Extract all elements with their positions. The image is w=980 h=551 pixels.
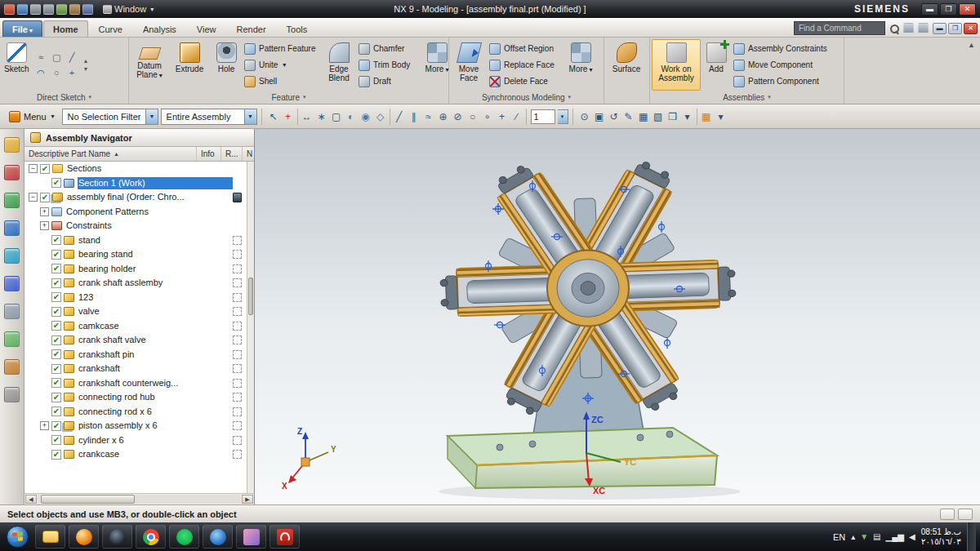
window-menu[interactable]: Window — [103, 4, 154, 14]
visibility-checkbox[interactable]: ✔ — [51, 235, 61, 245]
constraint-navigator-icon[interactable] — [4, 165, 20, 180]
redo-icon[interactable] — [43, 4, 54, 15]
visibility-checkbox[interactable]: ✔ — [51, 364, 61, 374]
reference-set-box[interactable] — [233, 264, 242, 273]
tree-item-piston-assembly-x-6[interactable]: +✔piston assembly x 6 — [24, 419, 254, 433]
tree-item-bearing-stand[interactable]: ✔bearing stand — [24, 247, 254, 262]
datum-plane-button[interactable]: Datum Plane — [131, 39, 168, 91]
web-browser-icon[interactable] — [4, 276, 20, 291]
scroll-down-icon[interactable]: ▼ — [83, 66, 89, 72]
expand-icon[interactable]: + — [40, 221, 49, 230]
firefox-taskbar-button[interactable] — [69, 525, 99, 549]
group-label-direct-sketch[interactable]: Direct Sketch — [0, 91, 128, 104]
highlight-add-icon[interactable]: + — [281, 109, 296, 124]
save-icon[interactable] — [17, 4, 28, 15]
scrollbar-track[interactable] — [38, 495, 241, 504]
scrollbar-thumb[interactable] — [41, 495, 135, 504]
roles-icon[interactable] — [4, 387, 20, 402]
visibility-checkbox[interactable]: ✔ — [51, 450, 61, 460]
pattern-component-button[interactable]: Pattern Component — [733, 73, 833, 89]
help-icon[interactable] — [918, 23, 929, 33]
annotate-icon[interactable]: ✎ — [621, 109, 636, 124]
doc-minimize-button[interactable]: ▬ — [933, 23, 947, 34]
column-read-only[interactable]: R... — [221, 147, 243, 161]
more-options-icon[interactable]: ▾ — [680, 109, 695, 124]
reference-set-box[interactable] — [233, 450, 242, 459]
app-logo-icon[interactable] — [4, 4, 15, 15]
doc-restore-button[interactable]: ❐ — [948, 23, 962, 34]
circle-icon[interactable]: ○ — [50, 66, 64, 80]
language-indicator[interactable]: EN — [833, 532, 845, 542]
parallel-tool-icon[interactable]: ∥ — [407, 109, 421, 124]
scroll-left-icon[interactable]: ◀ — [25, 495, 37, 504]
curve-tool-icon[interactable]: ≈ — [421, 109, 436, 124]
paste-icon[interactable] — [82, 4, 93, 15]
circle-tool-icon[interactable]: ○ — [466, 109, 480, 124]
show-desktop-button[interactable] — [967, 522, 976, 551]
datum-plane-icon[interactable]: ⊘ — [451, 109, 466, 124]
move-object-icon[interactable]: ↔ — [300, 109, 314, 124]
tab-render[interactable]: Render — [227, 20, 276, 37]
tree-item-crankshaft-counterweig[interactable]: ✔crankshaft counterweig... — [24, 376, 254, 391]
synchronous-more-button[interactable]: More — [565, 39, 596, 91]
visibility-checkbox[interactable]: ✔ — [40, 193, 50, 202]
surface-button[interactable]: Surface — [606, 39, 647, 91]
safely-remove-icon[interactable]: ▼ — [860, 533, 868, 541]
hd3d-tools-icon[interactable] — [4, 248, 20, 264]
visibility-checkbox[interactable]: ✔ — [51, 349, 61, 359]
draft-button[interactable]: Draft — [359, 73, 419, 89]
tree-item-sections[interactable]: −✔Sections — [24, 162, 254, 176]
trim-body-button[interactable]: Trim Body — [359, 57, 419, 73]
pattern-feature-button[interactable]: Pattern Feature — [244, 41, 319, 56]
hole-button[interactable]: Hole — [211, 39, 242, 91]
chamfer-button[interactable]: Chamfer — [359, 41, 419, 56]
info-icon[interactable] — [233, 193, 242, 202]
shaded-display-icon[interactable]: ◐ — [344, 109, 359, 124]
profile-icon[interactable]: ≈ — [34, 51, 48, 64]
find-command-input[interactable] — [794, 21, 885, 35]
copy-icon[interactable] — [69, 4, 80, 15]
work-on-assembly-button[interactable]: Work on Assembly — [652, 39, 701, 91]
adobe-reader-taskbar-button[interactable] — [270, 525, 300, 549]
snapshot-icon[interactable]: ▣ — [592, 109, 607, 124]
doc-close-button[interactable]: ✕ — [964, 23, 978, 34]
part-navigator-icon[interactable] — [4, 193, 20, 208]
snap-point-icon[interactable]: ∗ — [314, 109, 329, 124]
arc-icon[interactable]: ◠ — [34, 66, 48, 80]
layer-panel-icon[interactable]: ▦ — [699, 109, 714, 124]
status-pane-icon[interactable] — [940, 509, 955, 520]
plus-tool-icon[interactable]: + — [495, 109, 510, 124]
ribbon-collapse-icon[interactable]: ▲ — [968, 41, 975, 49]
graphics-window[interactable]: ZC YC XC Z Y — [255, 129, 980, 504]
reference-set-box[interactable] — [233, 393, 242, 402]
tab-curve[interactable]: Curve — [89, 20, 132, 37]
tree-item-crank-shaft-valve[interactable]: ✔crank shaft valve — [24, 333, 254, 348]
move-component-button[interactable]: Move Component — [733, 57, 833, 73]
visibility-checkbox[interactable]: ✔ — [51, 178, 61, 188]
point-icon[interactable]: + — [65, 66, 79, 80]
tree-item-valve[interactable]: ✔valve — [24, 304, 254, 319]
reference-set-box[interactable] — [233, 335, 242, 344]
tab-analysis[interactable]: Analysis — [133, 20, 186, 37]
extrude-button[interactable]: Extrude — [169, 39, 210, 91]
point-tool-icon[interactable]: ∘ — [480, 109, 495, 124]
visibility-checkbox[interactable]: ✔ — [51, 250, 61, 260]
scroll-up-icon[interactable]: ▲ — [83, 58, 89, 64]
tree-item-camkcase[interactable]: ✔camkcase — [24, 319, 254, 334]
tree-item-crankshaft[interactable]: ✔crankshaft — [24, 362, 254, 376]
dark-browser-taskbar-button[interactable] — [102, 525, 132, 549]
ie-taskbar-button[interactable] — [203, 525, 233, 549]
reference-set-box[interactable] — [233, 436, 242, 445]
history-palette-icon[interactable] — [4, 304, 20, 319]
panel-arrow-icon[interactable]: ▾ — [714, 109, 728, 124]
select-arrow-icon[interactable]: ↖ — [266, 109, 281, 124]
tab-home[interactable]: Home — [43, 20, 88, 37]
visibility-checkbox[interactable]: ✔ — [51, 278, 61, 288]
chrome-taskbar-button[interactable] — [136, 525, 166, 549]
visibility-checkbox[interactable]: ✔ — [51, 321, 61, 331]
feature-more-button[interactable]: More — [421, 39, 452, 91]
scroll-right-icon[interactable]: ▶ — [242, 495, 253, 504]
chevron-down-icon[interactable]: ▼ — [558, 109, 568, 124]
tree-item-connecting-rod-x-6[interactable]: ✔connecting rod x 6 — [24, 405, 254, 420]
tree-item-stand[interactable]: ✔stand — [24, 233, 254, 248]
